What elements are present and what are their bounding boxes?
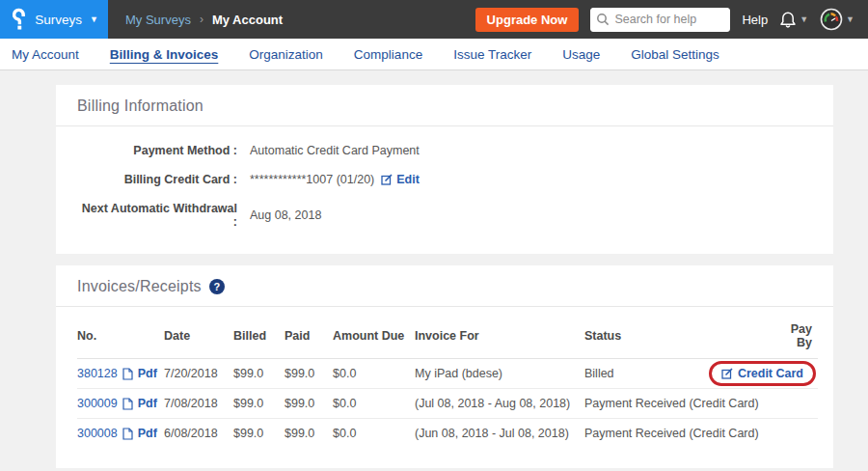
breadcrumb-current: My Account [212,13,283,27]
account-menu[interactable]: ▼ [820,8,854,31]
edit-link-label: Edit [396,173,420,186]
breadcrumb: My Surveys › My Account [125,13,283,27]
invoice-number-link[interactable]: 300008 [77,427,118,440]
invoice-date: 7/08/2018 [164,389,233,419]
help-search-input[interactable] [590,8,730,32]
invoices-receipts-title: Invoices/Receipts [77,278,202,295]
invoices-receipts-card: Invoices/Receipts ? No. Date Billed Paid… [56,265,833,468]
invoice-paid: $99.0 [285,389,333,419]
tab-my-account[interactable]: My Account [12,47,79,62]
notifications-menu[interactable]: ▼ [779,11,808,29]
invoice-paid: $99.0 [285,419,333,449]
chevron-down-icon: ▼ [846,15,854,24]
pdf-link[interactable]: Pdf [138,427,157,440]
tab-organization[interactable]: Organization [249,47,323,62]
invoice-for: (Jun 08, 2018 - Jul 08, 2018) [415,419,584,449]
pdf-link[interactable]: Pdf [138,367,157,380]
page-content: Billing Information Payment Method : Aut… [0,70,868,468]
invoice-paid: $99.0 [285,359,333,389]
col-header-no: No. [77,317,164,359]
invoice-amount-due: $0.0 [333,419,415,449]
billing-credit-card-row: Billing Credit Card : ************1007 (… [77,173,812,186]
col-header-billed: Billed [233,317,285,359]
invoice-status: Payment Received (Credit Card) [584,389,773,419]
chevron-down-icon: ▼ [90,15,98,24]
col-header-invoice-for: Invoice For [415,317,584,359]
invoice-row: 380128 Pdf 7/20/2018 $99.0 $99.0 $0.0 My… [77,359,818,389]
invoice-billed: $99.0 [233,359,285,389]
tab-compliance[interactable]: Compliance [354,47,422,62]
help-search [590,8,730,32]
top-bar: Surveys ▼ My Surveys › My Account Upgrad… [0,0,868,39]
product-switcher[interactable]: Surveys ▼ [0,0,108,39]
product-label: Surveys [35,13,82,27]
pay-by-credit-card-highlight[interactable]: Credit Card [709,361,816,386]
pdf-icon [122,398,133,410]
credit-card-link[interactable]: Credit Card [738,367,803,380]
invoice-row: 300009 Pdf 7/08/2018 $99.0 $99.0 $0.0 (J… [77,389,818,419]
invoice-pay-by-cell [773,389,818,419]
invoice-for: My iPad (bdese) [415,359,584,389]
questionpro-logo [12,8,27,31]
upgrade-now-button[interactable]: Upgrade Now [475,8,580,32]
topbar-actions: Upgrade Now Help ▼ ▼ [475,8,868,32]
col-header-date: Date [164,317,233,359]
invoice-billed: $99.0 [233,419,285,449]
breadcrumb-my-surveys[interactable]: My Surveys [125,13,191,27]
invoice-row: 300008 Pdf 6/08/2018 $99.0 $99.0 $0.0 (J… [77,419,818,449]
invoice-amount-due: $0.0 [333,359,415,389]
payment-method-label: Payment Method : [77,144,237,157]
edit-icon [381,174,393,185]
invoice-pay-by-cell: Credit Card [773,359,818,389]
chevron-down-icon: ▼ [800,15,808,24]
invoice-status: Payment Received (Credit Card) [584,419,773,449]
invoices-header-row: No. Date Billed Paid Amount Due Invoice … [77,317,818,359]
payment-method-value: Automatic Credit Card Payment [250,144,420,157]
invoice-for: (Jul 08, 2018 - Aug 08, 2018) [415,389,584,419]
tab-usage[interactable]: Usage [562,47,600,62]
breadcrumb-separator: › [200,13,203,26]
billing-information-title: Billing Information [77,97,203,115]
invoice-pay-by-cell [773,419,818,449]
tab-issue-tracker[interactable]: Issue Tracker [453,47,531,62]
billing-credit-card-label: Billing Credit Card : [77,173,237,186]
col-header-paid: Paid [285,317,333,359]
help-circle-icon[interactable]: ? [209,279,225,294]
edit-icon [721,368,733,379]
pdf-icon [122,428,133,440]
pdf-icon [122,368,133,380]
help-link[interactable]: Help [742,13,768,27]
avatar [820,8,843,31]
payment-method-row: Payment Method : Automatic Credit Card P… [77,144,812,157]
invoice-date: 6/08/2018 [164,419,233,449]
col-header-amount-due: Amount Due [333,317,415,359]
invoices-table: No. Date Billed Paid Amount Due Invoice … [77,317,818,449]
next-withdrawal-label: Next Automatic Withdrawal : [77,202,237,229]
col-header-status: Status [584,317,773,359]
account-nav-tabs: My Account Billing & Invoices Organizati… [0,39,868,70]
bell-icon [779,11,797,29]
col-header-pay-by: Pay By [773,317,818,359]
billing-information-card: Billing Information Payment Method : Aut… [56,85,833,254]
invoice-number-link[interactable]: 380128 [77,367,118,380]
billing-credit-card-value: ************1007 (01/20) [250,173,374,186]
invoice-number-link[interactable]: 300009 [77,397,118,410]
search-icon [596,13,610,26]
invoice-amount-due: $0.0 [333,389,415,419]
pdf-link[interactable]: Pdf [138,397,157,410]
tab-billing-invoices[interactable]: Billing & Invoices [110,47,219,62]
invoice-billed: $99.0 [233,389,285,419]
next-withdrawal-row: Next Automatic Withdrawal : Aug 08, 2018 [77,202,812,229]
invoice-date: 7/20/2018 [164,359,233,389]
edit-credit-card-link[interactable]: Edit [381,173,420,186]
tab-global-settings[interactable]: Global Settings [631,47,719,62]
next-withdrawal-value: Aug 08, 2018 [250,208,321,222]
